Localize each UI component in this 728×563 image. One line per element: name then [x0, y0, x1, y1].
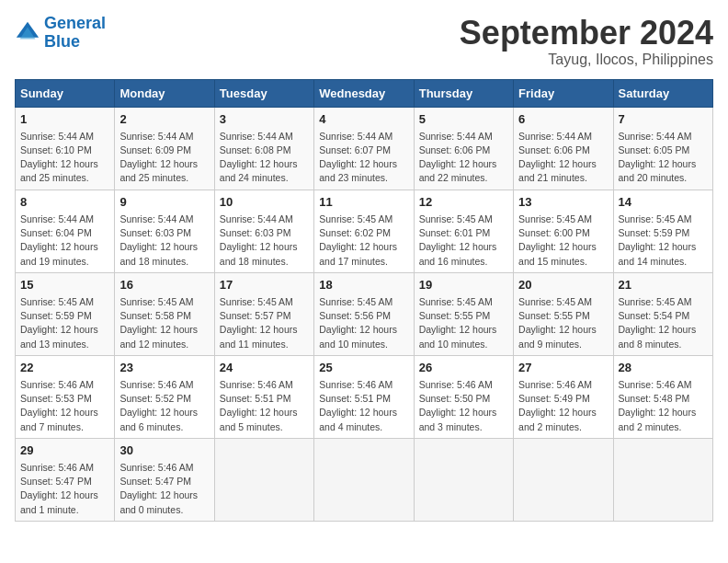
- day-info-12: Sunrise: 5:45 AM Sunset: 6:01 PM Dayligh…: [419, 213, 508, 269]
- day-number-19: 19: [419, 277, 508, 293]
- day-info-30: Sunrise: 5:46 AM Sunset: 5:47 PM Dayligh…: [119, 461, 209, 517]
- day-number-9: 9: [119, 194, 209, 211]
- title-section: September 2024 Tayug, Ilocos, Philippine…: [460, 15, 713, 68]
- logo: General Blue: [15, 15, 106, 52]
- day-number-25: 25: [319, 360, 408, 376]
- day-info-10: Sunrise: 5:44 AM Sunset: 6:03 PM Dayligh…: [220, 213, 309, 269]
- calendar-cell-empty: [414, 438, 513, 521]
- day-number-17: 17: [220, 277, 309, 293]
- calendar-cell-22: 22Sunrise: 5:46 AM Sunset: 5:53 PM Dayli…: [16, 355, 115, 438]
- calendar-cell-12: 12Sunrise: 5:45 AM Sunset: 6:01 PM Dayli…: [414, 190, 513, 272]
- page-header: General Blue September 2024 Tayug, Iloco…: [15, 15, 713, 68]
- day-info-25: Sunrise: 5:46 AM Sunset: 5:51 PM Dayligh…: [319, 378, 408, 434]
- day-info-8: Sunrise: 5:44 AM Sunset: 6:04 PM Dayligh…: [20, 213, 109, 269]
- day-number-10: 10: [220, 194, 309, 211]
- day-info-16: Sunrise: 5:45 AM Sunset: 5:58 PM Dayligh…: [119, 295, 209, 351]
- header-saturday: Saturday: [613, 79, 712, 107]
- month-title: September 2024: [460, 15, 713, 52]
- calendar-cell-empty: [214, 438, 313, 521]
- calendar-cell-18: 18Sunrise: 5:45 AM Sunset: 5:56 PM Dayli…: [314, 272, 414, 355]
- calendar-week-2: 8Sunrise: 5:44 AM Sunset: 6:04 PM Daylig…: [16, 190, 713, 272]
- calendar-cell-16: 16Sunrise: 5:45 AM Sunset: 5:58 PM Dayli…: [115, 272, 214, 355]
- day-info-29: Sunrise: 5:46 AM Sunset: 5:47 PM Dayligh…: [20, 461, 109, 517]
- day-info-23: Sunrise: 5:46 AM Sunset: 5:52 PM Dayligh…: [119, 378, 209, 434]
- day-info-7: Sunrise: 5:44 AM Sunset: 6:05 PM Dayligh…: [619, 130, 708, 186]
- day-info-1: Sunrise: 5:44 AM Sunset: 6:10 PM Dayligh…: [20, 130, 109, 186]
- calendar-cell-5: 5Sunrise: 5:44 AM Sunset: 6:06 PM Daylig…: [414, 107, 513, 190]
- calendar-week-4: 22Sunrise: 5:46 AM Sunset: 5:53 PM Dayli…: [16, 355, 713, 438]
- calendar-cell-10: 10Sunrise: 5:44 AM Sunset: 6:03 PM Dayli…: [214, 190, 313, 272]
- calendar-cell-8: 8Sunrise: 5:44 AM Sunset: 6:04 PM Daylig…: [16, 190, 115, 272]
- calendar-week-1: 1Sunrise: 5:44 AM Sunset: 6:10 PM Daylig…: [16, 107, 713, 190]
- day-info-14: Sunrise: 5:45 AM Sunset: 5:59 PM Dayligh…: [619, 213, 708, 269]
- day-info-24: Sunrise: 5:46 AM Sunset: 5:51 PM Dayligh…: [220, 378, 309, 434]
- day-number-1: 1: [20, 111, 109, 128]
- day-info-9: Sunrise: 5:44 AM Sunset: 6:03 PM Dayligh…: [119, 213, 209, 269]
- calendar-cell-empty: [514, 438, 613, 521]
- calendar-cell-14: 14Sunrise: 5:45 AM Sunset: 5:59 PM Dayli…: [613, 190, 712, 272]
- day-number-3: 3: [220, 111, 309, 128]
- day-info-4: Sunrise: 5:44 AM Sunset: 6:07 PM Dayligh…: [319, 130, 408, 186]
- calendar-header: Sunday Monday Tuesday Wednesday Thursday…: [16, 79, 713, 107]
- location: Tayug, Ilocos, Philippines: [460, 52, 713, 68]
- calendar-cell-13: 13Sunrise: 5:45 AM Sunset: 6:00 PM Dayli…: [514, 190, 613, 272]
- header-wednesday: Wednesday: [314, 79, 414, 107]
- calendar-cell-empty: [314, 438, 414, 521]
- calendar-cell-28: 28Sunrise: 5:46 AM Sunset: 5:48 PM Dayli…: [613, 355, 712, 438]
- day-info-28: Sunrise: 5:46 AM Sunset: 5:48 PM Dayligh…: [619, 378, 708, 434]
- day-info-5: Sunrise: 5:44 AM Sunset: 6:06 PM Dayligh…: [419, 130, 508, 186]
- calendar-cell-24: 24Sunrise: 5:46 AM Sunset: 5:51 PM Dayli…: [214, 355, 313, 438]
- day-info-6: Sunrise: 5:44 AM Sunset: 6:06 PM Dayligh…: [518, 130, 608, 186]
- header-friday: Friday: [514, 79, 613, 107]
- calendar-table: Sunday Monday Tuesday Wednesday Thursday…: [15, 79, 713, 522]
- calendar-cell-20: 20Sunrise: 5:45 AM Sunset: 5:55 PM Dayli…: [514, 272, 613, 355]
- day-number-21: 21: [619, 277, 708, 293]
- header-sunday: Sunday: [16, 79, 115, 107]
- calendar-cell-27: 27Sunrise: 5:46 AM Sunset: 5:49 PM Dayli…: [514, 355, 613, 438]
- calendar-cell-29: 29Sunrise: 5:46 AM Sunset: 5:47 PM Dayli…: [16, 438, 115, 521]
- logo-icon: [15, 20, 40, 46]
- day-number-23: 23: [119, 360, 209, 376]
- calendar-week-5: 29Sunrise: 5:46 AM Sunset: 5:47 PM Dayli…: [16, 438, 713, 521]
- day-number-2: 2: [119, 111, 209, 128]
- day-number-29: 29: [20, 442, 109, 459]
- day-info-11: Sunrise: 5:45 AM Sunset: 6:02 PM Dayligh…: [319, 213, 408, 269]
- calendar-cell-23: 23Sunrise: 5:46 AM Sunset: 5:52 PM Dayli…: [115, 355, 214, 438]
- day-number-13: 13: [518, 194, 608, 211]
- calendar-body: 1Sunrise: 5:44 AM Sunset: 6:10 PM Daylig…: [16, 107, 713, 521]
- day-info-17: Sunrise: 5:45 AM Sunset: 5:57 PM Dayligh…: [220, 295, 309, 351]
- calendar-cell-2: 2Sunrise: 5:44 AM Sunset: 6:09 PM Daylig…: [115, 107, 214, 190]
- day-number-28: 28: [619, 360, 708, 376]
- day-number-5: 5: [419, 111, 508, 128]
- logo-general: General: [44, 14, 106, 32]
- header-monday: Monday: [115, 79, 214, 107]
- day-info-27: Sunrise: 5:46 AM Sunset: 5:49 PM Dayligh…: [518, 378, 608, 434]
- day-number-22: 22: [20, 360, 109, 376]
- day-number-16: 16: [119, 277, 209, 293]
- calendar-cell-25: 25Sunrise: 5:46 AM Sunset: 5:51 PM Dayli…: [314, 355, 414, 438]
- day-number-6: 6: [518, 111, 608, 128]
- calendar-cell-7: 7Sunrise: 5:44 AM Sunset: 6:05 PM Daylig…: [613, 107, 712, 190]
- day-info-26: Sunrise: 5:46 AM Sunset: 5:50 PM Dayligh…: [419, 378, 508, 434]
- header-tuesday: Tuesday: [214, 79, 313, 107]
- calendar-cell-3: 3Sunrise: 5:44 AM Sunset: 6:08 PM Daylig…: [214, 107, 313, 190]
- day-number-8: 8: [20, 194, 109, 211]
- calendar-cell-1: 1Sunrise: 5:44 AM Sunset: 6:10 PM Daylig…: [16, 107, 115, 190]
- day-number-20: 20: [518, 277, 608, 293]
- day-info-2: Sunrise: 5:44 AM Sunset: 6:09 PM Dayligh…: [119, 130, 209, 186]
- day-number-30: 30: [119, 442, 209, 459]
- day-number-7: 7: [619, 111, 708, 128]
- calendar-cell-21: 21Sunrise: 5:45 AM Sunset: 5:54 PM Dayli…: [613, 272, 712, 355]
- header-thursday: Thursday: [414, 79, 513, 107]
- day-info-21: Sunrise: 5:45 AM Sunset: 5:54 PM Dayligh…: [619, 295, 708, 351]
- calendar-cell-4: 4Sunrise: 5:44 AM Sunset: 6:07 PM Daylig…: [314, 107, 414, 190]
- calendar-cell-30: 30Sunrise: 5:46 AM Sunset: 5:47 PM Dayli…: [115, 438, 214, 521]
- day-info-20: Sunrise: 5:45 AM Sunset: 5:55 PM Dayligh…: [518, 295, 608, 351]
- day-number-11: 11: [319, 194, 408, 211]
- day-number-26: 26: [419, 360, 508, 376]
- day-number-15: 15: [20, 277, 109, 293]
- day-info-18: Sunrise: 5:45 AM Sunset: 5:56 PM Dayligh…: [319, 295, 408, 351]
- calendar-week-3: 15Sunrise: 5:45 AM Sunset: 5:59 PM Dayli…: [16, 272, 713, 355]
- calendar-cell-11: 11Sunrise: 5:45 AM Sunset: 6:02 PM Dayli…: [314, 190, 414, 272]
- calendar-cell-19: 19Sunrise: 5:45 AM Sunset: 5:55 PM Dayli…: [414, 272, 513, 355]
